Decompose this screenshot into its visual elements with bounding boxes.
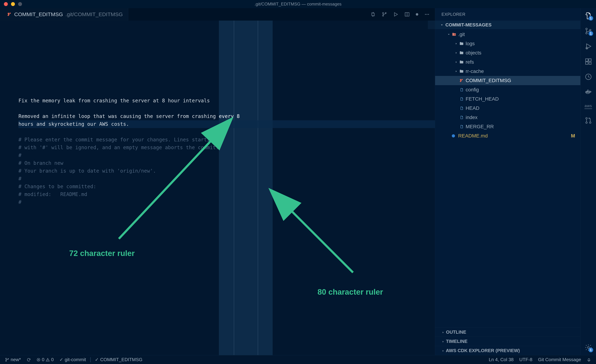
svg-rect-17 [586, 59, 588, 61]
svg-rect-19 [586, 62, 588, 64]
status-lang2-label: COMMIT_EDITMSG [100, 357, 142, 362]
status-error-count: 0 [42, 357, 44, 362]
run-debug-activity-icon[interactable] [585, 43, 592, 50]
status-encoding[interactable]: UTF-8 [519, 357, 532, 362]
chevron-right-icon[interactable] [454, 51, 459, 54]
editor[interactable]: M Fix the memory leak from crashing the … [0, 21, 435, 355]
status-problems[interactable]: 0 0 [37, 357, 54, 362]
collapsed-section-outline[interactable]: OUTLINE [435, 327, 580, 337]
annotation-80-label: 80 character ruler [318, 288, 383, 296]
project-root-header[interactable]: COMMIT-MESSAGES [435, 21, 580, 29]
tree-row-merge-rr[interactable]: MERGE_RR [435, 122, 580, 131]
svg-point-27 [589, 122, 591, 123]
tree-label: MERGE_RR [465, 124, 494, 129]
file-icon [459, 106, 465, 111]
svg-point-1 [382, 12, 383, 14]
run-icon[interactable] [393, 12, 398, 17]
file-icon [459, 124, 465, 129]
status-branch-name: new* [11, 357, 21, 362]
settings-activity-icon[interactable]: 1 [585, 344, 592, 351]
status-language-check-1[interactable]: ✓git-commit [60, 357, 86, 362]
status-sync[interactable] [27, 358, 31, 362]
status-branch[interactable]: new* [5, 357, 21, 362]
chevron-right-icon [441, 349, 445, 352]
explorer-badge: 1 [589, 16, 593, 21]
file-icon [459, 97, 465, 101]
tree-label: logs [465, 41, 475, 46]
annotation-72-label: 72 character ruler [69, 249, 135, 257]
tree-row--git[interactable]: .git [435, 30, 580, 39]
project-root-name: COMMIT-MESSAGES [445, 22, 492, 28]
svg-point-28 [587, 347, 589, 349]
tree-row-commit-editmsg[interactable]: COMMIT_EDITMSG [435, 76, 580, 85]
tree-label: HEAD [465, 105, 479, 111]
tab-bar: COMMIT_EDITMSG .git/COMMIT_EDITMSG [0, 8, 435, 21]
chevron-right-icon [441, 340, 445, 343]
folder-icon [459, 51, 465, 55]
extensions-activity-icon[interactable] [585, 58, 592, 65]
tree-row-objects[interactable]: objects [435, 48, 580, 58]
minimap[interactable] [428, 21, 435, 91]
folder-git-icon [451, 32, 457, 37]
svg-point-13 [586, 28, 587, 30]
aws-activity-icon[interactable]: aws [584, 104, 592, 109]
git-commit-icon [7, 12, 12, 17]
folder-icon [459, 69, 465, 74]
svg-point-11 [454, 34, 455, 35]
folder-icon [459, 41, 465, 46]
svg-point-14 [586, 32, 587, 34]
pull-requests-activity-icon[interactable] [585, 117, 592, 124]
svg-point-29 [6, 358, 6, 359]
status-language-mode[interactable]: Git Commit Message [538, 357, 581, 362]
tree-row-head[interactable]: HEAD [435, 104, 580, 113]
svg-point-2 [382, 15, 383, 16]
git-compare-icon[interactable] [370, 12, 376, 17]
svg-point-26 [586, 122, 587, 123]
chevron-down-icon[interactable] [447, 33, 451, 36]
tree-label: README.md [457, 133, 488, 139]
window-title: .git/COMMIT_EDITMSG — commit-messages [0, 2, 596, 7]
status-notifications-icon[interactable] [587, 358, 591, 362]
tree-row-fetch-head[interactable]: FETCH_HEAD [435, 94, 580, 104]
info-icon [451, 134, 457, 137]
tree-label: refs [465, 59, 474, 65]
chevron-right-icon [441, 331, 445, 334]
title-bar: .git/COMMIT_EDITMSG — commit-messages [0, 0, 596, 8]
tab-commit-editmsg[interactable]: COMMIT_EDITMSG .git/COMMIT_EDITMSG [0, 8, 128, 21]
tree-row-rr-cache[interactable]: rr-cache [435, 67, 580, 76]
svg-point-30 [6, 361, 6, 361]
chevron-right-icon[interactable] [454, 42, 459, 45]
status-warning-count: 0 [51, 357, 53, 362]
live-share-activity-icon[interactable] [585, 73, 592, 81]
scm-badge: 1 [589, 31, 593, 36]
file-tree: .gitlogsobjectsrefsrr-cacheCOMMIT_EDITMS… [435, 29, 580, 327]
collapsed-section-aws-cdk-explorer-preview-[interactable]: AWS CDK EXPLORER (PREVIEW) [435, 346, 580, 355]
svg-rect-20 [589, 62, 591, 64]
tree-row-readme-md[interactable]: README.mdM [435, 131, 580, 141]
settings-badge: 1 [589, 348, 593, 352]
split-editor-icon[interactable] [404, 12, 410, 17]
chevron-right-icon[interactable] [454, 60, 459, 64]
tree-label: objects [465, 50, 481, 56]
tree-row-refs[interactable]: refs [435, 58, 580, 67]
tree-row-logs[interactable]: logs [435, 39, 580, 48]
activity-bar: 1 1 aws [580, 8, 596, 355]
source-control-activity-icon[interactable]: 1 [585, 27, 592, 35]
explorer-activity-icon[interactable]: 1 [585, 12, 592, 20]
collapsed-section-timeline[interactable]: TIMELINE [435, 337, 580, 346]
docker-activity-icon[interactable] [585, 88, 592, 96]
tree-label: rr-cache [465, 68, 484, 74]
svg-rect-18 [589, 59, 591, 61]
git-branch-icon[interactable] [382, 12, 387, 17]
status-ln-col[interactable]: Ln 4, Col 38 [489, 357, 514, 362]
tree-label: .git [457, 32, 465, 37]
tree-row-index[interactable]: index [435, 113, 580, 122]
chevron-right-icon[interactable] [454, 70, 459, 73]
svg-point-8 [428, 14, 429, 15]
more-actions-icon[interactable] [424, 12, 430, 17]
gitfile-icon [459, 78, 465, 83]
svg-rect-24 [587, 90, 588, 91]
status-language-check-2[interactable]: ✓COMMIT_EDITMSG [95, 357, 142, 362]
tree-row-config[interactable]: config [435, 85, 580, 94]
svg-point-7 [427, 14, 427, 15]
